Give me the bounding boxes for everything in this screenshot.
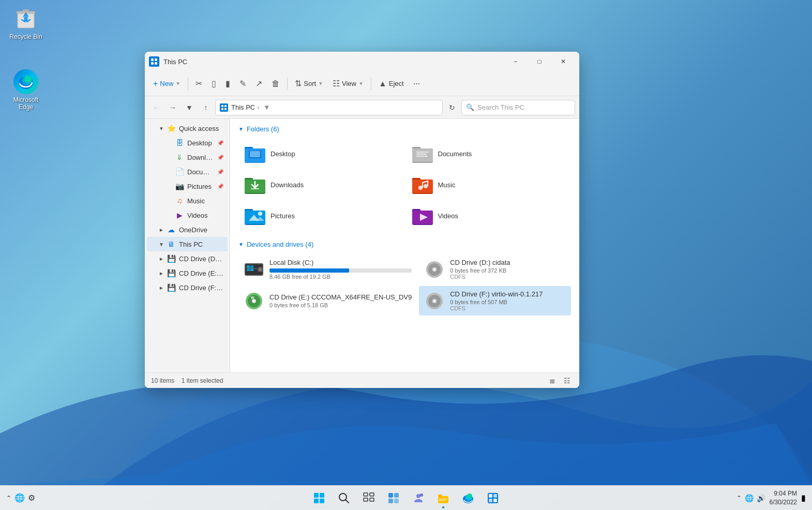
view-button[interactable]: ☷ View ▼ [328,74,368,93]
drives-section-label: Devices and drives (4) [247,241,313,248]
svg-point-34 [424,184,428,188]
cut-button[interactable]: ✂ [191,74,206,93]
local-disk-icon [244,259,264,280]
rename-button[interactable]: ✎ [235,74,250,93]
more-button[interactable]: ⋯ [409,74,424,93]
svg-point-82 [416,494,420,498]
folders-section-label: Folders (6) [247,125,279,133]
desktop-folder-label: Desktop [270,150,295,158]
pictures-toggle-space [166,182,174,190]
toolbar-separator-1 [188,78,188,90]
volume-icon[interactable]: 🔊 [757,494,765,502]
cd-e-drive-icon: W [244,291,264,311]
new-chevron-icon: ▼ [175,81,181,86]
taskbar-date-display: 6/30/2022 [770,498,797,507]
close-button[interactable]: ✕ [551,53,575,70]
svg-rect-93 [493,494,497,498]
grid-view-button[interactable]: ☷ [561,375,573,386]
taskbar-left: ⌃ 🌐 ⚙ [6,493,35,503]
svg-text:W: W [251,296,254,299]
refresh-button[interactable]: ↻ [445,100,459,115]
start-button[interactable] [308,487,330,509]
eject-button[interactable]: ▲ Eject [374,74,408,93]
minimize-button[interactable]: − [504,53,528,70]
copy-button[interactable]: ▯ [207,74,220,93]
list-item[interactable]: Local Disk (C:) 8.46 GB free of 19.2 GB [238,254,417,284]
paste-button[interactable]: ▮ [221,74,234,93]
selected-count: 1 item selected [182,377,223,384]
sidebar-item-music[interactable]: ♫ Music [147,193,228,208]
recycle-bin-icon[interactable]: Recycle Bin [5,4,47,42]
local-disk-progress-bar [269,268,412,273]
chevron-up-icon[interactable]: ⌃ [6,494,11,502]
svg-rect-84 [438,496,448,503]
sidebar-item-cd-d[interactable]: ► 💾 CD Drive (D:) cid [147,251,228,266]
folders-section-header[interactable]: ▼ Folders (6) [238,125,571,133]
list-view-button[interactable]: ≣ [546,375,559,386]
sidebar-item-onedrive[interactable]: ► ☁ OneDrive [147,222,228,237]
quick-access-toggle: ▼ [157,124,166,132]
delete-button[interactable]: 🗑 [267,74,284,93]
share-button[interactable]: ↗ [251,74,266,93]
cd-d-name: CD Drive (D:) cidata [450,259,566,266]
cd-f-space: 0 bytes free of 507 MB [450,299,566,305]
recent-button[interactable]: ▼ [182,100,197,115]
expand-tray-icon[interactable]: ⌃ [736,494,742,502]
explorer-title: This PC [163,58,504,66]
back-button[interactable]: ← [149,100,163,115]
svg-line-73 [345,500,349,503]
folders-grid: Desktop [238,139,571,230]
task-view-button[interactable] [357,487,380,509]
maximize-button[interactable]: □ [528,53,551,70]
list-item[interactable]: Videos [406,201,572,230]
forward-button[interactable]: → [166,100,180,115]
sidebar-item-videos[interactable]: ▶ Videos [147,208,228,222]
taskbar-datetime[interactable]: 9:04 PM 6/30/2022 [770,489,797,507]
settings-icon[interactable]: ⚙ [28,493,35,503]
sidebar-item-downloads[interactable]: ⇓ Downloads 📌 [147,150,228,164]
widgets-button[interactable] [382,487,405,509]
sidebar-item-cd-e[interactable]: ► 💾 CD Drive (E:) CCO [147,266,228,280]
list-item[interactable]: Pictures [238,201,404,230]
edge-icon[interactable]: Microsoft Edge [5,67,47,113]
store-button[interactable] [482,487,504,509]
address-path[interactable]: This PC › ▼ [215,100,443,115]
list-item[interactable]: W CD Drive (E:) CCCOMA_X64FRE_EN-US_DV9 … [238,286,417,316]
drives-section-header[interactable]: ▼ Devices and drives (4) [238,241,571,248]
cd-d-fs: CDFS [450,274,566,280]
pictures-folder-image [245,205,265,226]
list-item[interactable]: CD Drive (F:) virtio-win-0.1.217 0 bytes… [419,286,571,316]
list-item[interactable]: Desktop [238,139,404,168]
edge-label: Microsoft Edge [7,96,44,111]
sidebar-item-thispc[interactable]: ▼ 🖥 This PC [147,237,228,251]
sidebar-item-pictures[interactable]: 📷 Pictures 📌 [147,179,228,193]
search-button[interactable] [333,487,355,509]
svg-rect-79 [394,493,399,498]
desktop-folder-image [245,143,265,164]
title-bar: This PC − □ ✕ [145,52,579,71]
teams-button[interactable] [407,487,430,509]
globe-icon[interactable]: 🌐 [14,493,25,503]
sidebar-item-cd-e-label: CD Drive (E:) CCO [179,269,223,277]
new-button[interactable]: + New ▼ [149,74,185,93]
system-tray: ⌃ 🌐 🔊 [736,494,765,502]
sidebar-item-cd-f[interactable]: ► 💾 CD Drive (F:) virti [147,280,228,295]
list-item[interactable]: Music [406,170,572,199]
sort-button[interactable]: ⇅ Sort ▼ [291,74,327,93]
toolbar: + New ▼ ✂ ▯ ▮ ✎ ↗ 🗑 [145,71,579,96]
list-item[interactable]: Downloads [238,170,404,199]
file-explorer-taskbar-button[interactable] [432,487,455,509]
sidebar-item-desktop[interactable]: 🗄 Desktop 📌 [147,136,228,150]
cd-e-name: CD Drive (E:) CCCOMA_X64FRE_EN-US_DV9 [269,293,412,301]
sidebar-item-quick-access[interactable]: ▼ ⭐ Quick access [147,121,228,136]
up-button[interactable]: ↑ [199,100,213,115]
sidebar-item-documents[interactable]: 📄 Documents 📌 [147,164,228,179]
videos-folder-icon: ▶ [175,211,184,220]
edge-taskbar-button[interactable] [457,487,479,509]
network-icon[interactable]: 🌐 [745,494,754,502]
search-box[interactable]: 🔍 Search This PC [461,100,575,115]
show-desktop-button[interactable]: ▮ [801,493,806,503]
list-item[interactable]: Documents [406,139,572,168]
delete-icon: 🗑 [272,79,280,88]
list-item[interactable]: CD Drive (D:) cidata 0 bytes free of 372… [419,254,571,284]
